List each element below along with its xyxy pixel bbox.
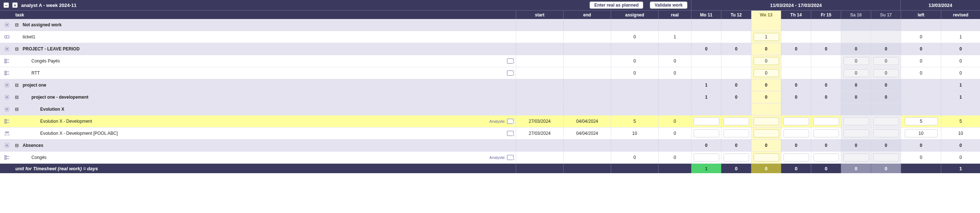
validate-work-button[interactable]: Validate work xyxy=(650,2,687,9)
cell-revised: 1 xyxy=(941,91,980,103)
work-input[interactable] xyxy=(694,129,719,137)
cell-day-5: 0 xyxy=(841,140,871,151)
cell-day-2 xyxy=(751,116,781,127)
work-input[interactable] xyxy=(873,117,899,125)
add-comment-icon[interactable] xyxy=(507,70,514,76)
task-label: Congés Payés xyxy=(23,59,60,64)
work-input[interactable] xyxy=(813,153,839,162)
left-input[interactable] xyxy=(905,117,938,125)
work-input[interactable] xyxy=(754,129,779,137)
left-input[interactable] xyxy=(905,129,938,137)
cell-day-6 xyxy=(871,19,901,31)
work-input[interactable] xyxy=(873,57,899,65)
task-cell: Congés Payés xyxy=(0,55,516,67)
collapse-toggle[interactable]: ⊟ xyxy=(14,22,20,27)
svg-rect-10 xyxy=(5,119,6,121)
col-th: Th 14 xyxy=(781,11,811,19)
cell-end xyxy=(563,103,611,115)
footer-label: unit for Timesheet (real work) = days xyxy=(0,164,516,173)
cell-day-1: 0 xyxy=(721,79,751,91)
real-value: 0 xyxy=(673,155,676,160)
collapse-toggle[interactable]: ⊟ xyxy=(14,143,20,148)
revised-value: 1 xyxy=(959,83,962,88)
cell-assigned xyxy=(611,140,658,151)
expand-all-icon[interactable]: + xyxy=(13,3,18,8)
cell-revised: 0 xyxy=(941,67,980,79)
collapse-all-icon[interactable]: − xyxy=(4,3,9,8)
svg-point-8 xyxy=(6,97,8,98)
work-input[interactable] xyxy=(724,129,749,137)
work-input[interactable] xyxy=(873,129,899,137)
collapse-toggle[interactable]: ⊟ xyxy=(14,46,20,51)
work-input[interactable] xyxy=(843,69,869,77)
cell-left xyxy=(901,127,941,139)
cell-assigned: 0 xyxy=(611,152,658,163)
add-comment-icon[interactable] xyxy=(507,131,514,136)
cell-revised: 0 xyxy=(941,140,980,151)
footer-blank xyxy=(516,164,563,173)
task-cell: ⊟Evolution X xyxy=(0,103,516,115)
collapse-toggle[interactable]: ⊟ xyxy=(14,95,20,100)
page-title: analyst A - week 2024-11 xyxy=(21,3,77,8)
task-cell: ⊟project one xyxy=(0,79,516,91)
work-input[interactable] xyxy=(754,33,779,41)
work-input[interactable] xyxy=(843,117,869,125)
enter-real-as-planned-button[interactable]: Enter real as planned xyxy=(590,2,643,9)
work-input[interactable] xyxy=(813,117,839,125)
add-comment-icon[interactable] xyxy=(507,155,514,160)
work-input[interactable] xyxy=(843,57,869,65)
cell-left: 0 xyxy=(901,152,941,163)
col-end: end xyxy=(563,11,611,19)
cell-day-1 xyxy=(721,116,751,127)
day-total: 0 xyxy=(855,95,857,100)
cell-end: 04/04/2024 xyxy=(563,116,611,127)
day-total: 0 xyxy=(765,95,767,100)
table-row: ⊟project one10000001 xyxy=(0,79,980,91)
assignee-label: Analyste xyxy=(490,119,505,124)
work-input[interactable] xyxy=(843,129,869,137)
top-bar: − + analyst A - week 2024-11 Enter real … xyxy=(0,0,980,10)
cell-end xyxy=(563,31,611,43)
work-input[interactable] xyxy=(813,129,839,137)
cell-real xyxy=(658,19,691,31)
collapse-toggle[interactable]: ⊟ xyxy=(14,83,20,88)
cell-start: 27/03/2024 xyxy=(516,127,563,139)
work-input[interactable] xyxy=(724,117,749,125)
task-cell: ⊟Not assigned work xyxy=(0,19,516,31)
task-cell: RTT xyxy=(0,67,516,79)
cell-day-4 xyxy=(811,152,841,163)
work-input[interactable] xyxy=(724,153,749,162)
cell-day-2: 0 xyxy=(751,91,781,103)
revised-value: 0 xyxy=(959,59,962,64)
work-input[interactable] xyxy=(754,117,779,125)
cell-assigned: 0 xyxy=(611,55,658,67)
footer-blank xyxy=(658,164,691,173)
cell-assigned xyxy=(611,91,658,103)
work-input[interactable] xyxy=(873,153,899,162)
add-comment-icon[interactable] xyxy=(507,59,514,64)
day-total: 0 xyxy=(825,83,827,88)
work-input[interactable] xyxy=(783,153,809,162)
cell-day-0 xyxy=(691,152,721,163)
cell-day-0: 1 xyxy=(691,79,721,91)
work-input[interactable] xyxy=(873,69,899,77)
collapse-toggle[interactable]: ⊟ xyxy=(14,106,20,112)
column-headers: task start end assigned real Mo 11 Tu 12… xyxy=(0,10,980,19)
table-row: ⊟Not assigned work xyxy=(0,19,980,31)
footer-total-mo: 1 xyxy=(691,164,721,173)
cell-revised: 0 xyxy=(941,43,980,55)
work-input[interactable] xyxy=(783,117,809,125)
work-input[interactable] xyxy=(694,117,719,125)
cell-start xyxy=(516,103,563,115)
work-input[interactable] xyxy=(754,153,779,162)
cell-day-1 xyxy=(721,127,751,139)
cell-real xyxy=(658,79,691,91)
cell-assigned xyxy=(611,79,658,91)
work-input[interactable] xyxy=(783,129,809,137)
work-input[interactable] xyxy=(843,153,869,162)
work-input[interactable] xyxy=(754,57,779,65)
work-input[interactable] xyxy=(754,69,779,77)
title-area: − + analyst A - week 2024-11 xyxy=(0,0,516,10)
work-input[interactable] xyxy=(694,153,719,162)
add-comment-icon[interactable] xyxy=(507,119,514,124)
